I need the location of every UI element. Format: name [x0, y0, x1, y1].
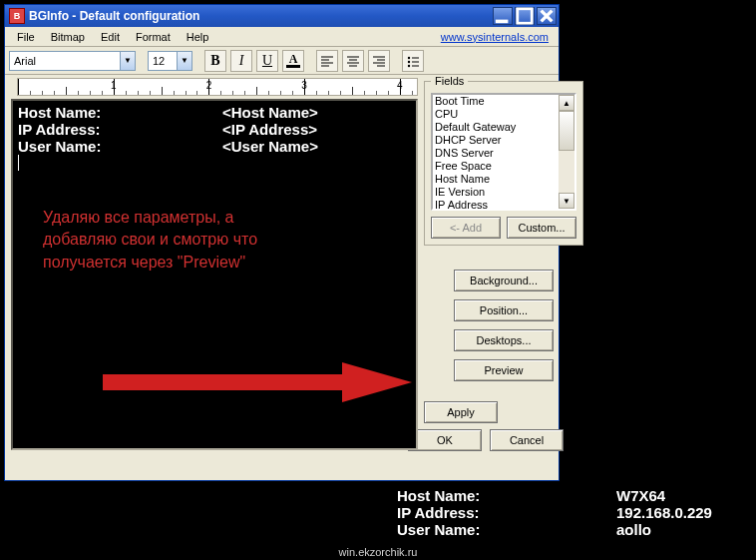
scroll-down-icon[interactable]: ▼ [559, 193, 574, 209]
list-item[interactable]: DNS Server [433, 147, 559, 160]
align-right-button[interactable] [368, 50, 390, 72]
svg-point-16 [408, 56, 410, 58]
font-size-combo[interactable]: ▼ [148, 51, 192, 71]
font-name-combo[interactable]: ▼ [9, 51, 136, 71]
ruler: /* ruler rendered below via JS */ 1234 [17, 78, 418, 96]
align-center-button[interactable] [342, 50, 364, 72]
align-left-button[interactable] [316, 50, 338, 72]
titlebar: B BGInfo - Default configuration [5, 5, 559, 27]
list-item[interactable]: CPU [433, 108, 559, 121]
list-item[interactable]: DHCP Server [433, 134, 559, 147]
list-item[interactable]: IP Address [433, 199, 559, 209]
bginfo-window: B BGInfo - Default configuration File Bi… [4, 4, 560, 481]
background-button[interactable]: Background... [454, 270, 554, 291]
editor-label: IP Address: [18, 121, 222, 138]
desk-label: IP Address: [397, 504, 616, 521]
ok-button[interactable]: OK [408, 429, 482, 451]
svg-point-18 [408, 60, 410, 62]
font-name-input[interactable] [10, 52, 120, 70]
add-button[interactable]: <- Add [431, 217, 501, 239]
editor-value: <Host Name> [222, 104, 318, 121]
menu-bitmap[interactable]: Bitmap [43, 29, 93, 45]
desk-value: 192.168.0.229 [616, 504, 736, 521]
desk-value: aollo [616, 521, 736, 538]
editor-label: Host Name: [18, 104, 222, 121]
menu-edit[interactable]: Edit [93, 29, 128, 45]
fields-listbox[interactable]: Boot Time CPU Default Gateway DHCP Serve… [431, 93, 576, 211]
scroll-up-icon[interactable]: ▲ [559, 95, 574, 111]
scroll-track[interactable] [559, 151, 574, 193]
fields-group: Fields Boot Time CPU Default Gateway DHC… [424, 75, 583, 246]
italic-button[interactable]: I [230, 50, 252, 72]
scroll-thumb[interactable] [559, 111, 574, 151]
watermark: win.ekzorchik.ru [339, 546, 418, 558]
window-title: BGInfo - Default configuration [29, 9, 493, 23]
list-item[interactable]: IE Version [433, 186, 559, 199]
desk-value: W7X64 [616, 487, 736, 504]
font-size-input[interactable] [149, 52, 177, 70]
desktops-button[interactable]: Desktops... [454, 329, 554, 351]
scrollbar[interactable]: ▲ ▼ [559, 95, 574, 209]
editor-area[interactable]: Host Name:<Host Name> IP Address:<IP Add… [11, 99, 418, 450]
arrow-icon [103, 362, 412, 402]
menubar: File Bitmap Edit Format Help www.sysinte… [5, 27, 559, 47]
window-controls [493, 7, 557, 25]
menu-help[interactable]: Help [179, 29, 217, 45]
list-item[interactable]: Host Name [433, 173, 559, 186]
apply-button[interactable]: Apply [424, 401, 498, 423]
annotation-text: Удаляю все параметры, а добавляю свои и … [43, 207, 302, 274]
cancel-button[interactable]: Cancel [490, 429, 564, 451]
menu-file[interactable]: File [9, 29, 43, 45]
desk-label: Host Name: [397, 487, 616, 504]
bold-button[interactable]: B [204, 50, 226, 72]
preview-button[interactable]: Preview [454, 359, 554, 381]
text-cursor [18, 155, 19, 171]
sysinternals-link[interactable]: www.sysinternals.com [441, 31, 549, 43]
maximize-button[interactable] [515, 7, 535, 25]
minimize-button[interactable] [493, 7, 513, 25]
editor-label: User Name: [18, 138, 222, 155]
list-item[interactable]: Default Gateway [433, 121, 559, 134]
list-item[interactable]: Free Space [433, 160, 559, 173]
svg-marker-22 [103, 362, 412, 402]
menu-format[interactable]: Format [128, 29, 179, 45]
toolbar: ▼ ▼ B I U A [5, 47, 559, 75]
close-button[interactable] [537, 7, 557, 25]
desktop-info: Host Name:W7X64 IP Address:192.168.0.229… [397, 487, 736, 538]
font-color-button[interactable]: A [282, 50, 304, 72]
editor-value: <User Name> [222, 138, 318, 155]
fields-legend: Fields [431, 75, 468, 87]
position-button[interactable]: Position... [454, 299, 554, 321]
desk-label: User Name: [397, 521, 616, 538]
underline-button[interactable]: U [256, 50, 278, 72]
list-item[interactable]: Boot Time [433, 95, 559, 108]
chevron-down-icon[interactable]: ▼ [120, 52, 135, 70]
svg-rect-0 [496, 20, 509, 24]
app-icon: B [9, 8, 25, 24]
editor-value: <IP Address> [222, 121, 317, 138]
svg-rect-1 [518, 9, 532, 23]
custom-button[interactable]: Custom... [507, 217, 576, 239]
bullets-button[interactable] [402, 50, 424, 72]
svg-point-20 [408, 64, 410, 66]
chevron-down-icon[interactable]: ▼ [177, 52, 191, 70]
